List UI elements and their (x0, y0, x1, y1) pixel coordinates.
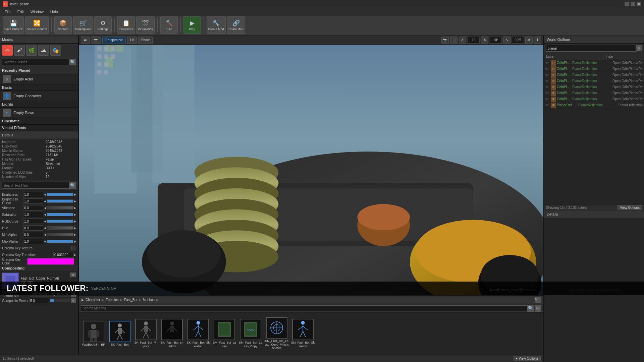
create-mod-button[interactable]: 🔧 Create Mod (207, 16, 226, 34)
prop-bc-arrow[interactable]: ◀ (44, 200, 46, 203)
outliner-item-3[interactable]: 👁 P OdinPlanarReflectionOdin PlanarRefle… (544, 78, 644, 84)
prop-s-arrow-right[interactable]: ▶ (74, 213, 76, 216)
visibility-icon-1[interactable]: 👁 (544, 67, 550, 71)
prop-ma-arrow-right[interactable]: ▶ (74, 233, 76, 236)
content-browser-search-button[interactable]: 🔍 (527, 305, 534, 312)
chroma-key-texture-checkbox[interactable] (71, 246, 76, 250)
marketplace-button[interactable]: 🛒 Marketplace (73, 16, 93, 34)
menu-file[interactable]: File (1, 9, 14, 14)
prop-v-arrow[interactable]: ◀ (44, 206, 46, 209)
info-icon[interactable]: ℹ (534, 37, 541, 44)
composite-power-input[interactable] (29, 298, 49, 303)
actor-item-empty-character[interactable]: 👤 Empty Character (0, 91, 78, 101)
cb-item-sm-skeleton[interactable]: SM_Fast_Bot_Skeleton (291, 319, 315, 348)
prop-rgbcurve-input[interactable] (23, 219, 43, 224)
settings-button[interactable]: ⚙ Settings (94, 16, 112, 34)
prop-hue-input[interactable] (23, 225, 43, 231)
prop-rgb-slider[interactable] (47, 220, 73, 223)
search-help-input[interactable] (2, 182, 69, 189)
outliner-view-options-button[interactable]: View Options (618, 205, 642, 210)
outliner-item-0[interactable]: 👁 P OdinPlanarReflectionOdin PlanarRefle… (544, 60, 644, 66)
prop-v-slider[interactable] (47, 206, 73, 209)
composite-power-reset-button[interactable]: ↺ (71, 298, 76, 303)
prop-ct-arrow-right[interactable]: ▶ (74, 253, 76, 256)
visibility-icon-2[interactable]: 👁 (544, 73, 550, 77)
cb-item-sm-lasso-physics[interactable]: SM_Fast_Bot_Lasso_Copy_PhysicsAsset (265, 317, 289, 350)
prop-hue-arrow-right[interactable]: ▶ (74, 227, 76, 230)
prop-ma-slider[interactable] (47, 233, 73, 236)
play-button[interactable]: ▶ Play (183, 16, 201, 34)
prop-rgb-arrow[interactable]: ◀ (44, 220, 46, 223)
prop-brightness-input[interactable] (23, 192, 43, 197)
perspective-button[interactable]: Perspective (102, 37, 126, 44)
mode-foliage[interactable]: 🌿 (26, 45, 37, 56)
minimize-button[interactable]: ─ (625, 2, 629, 6)
content-button[interactable]: 📦 Content (54, 16, 72, 34)
world-outliner-search-input[interactable] (546, 45, 636, 52)
composite-power-slider[interactable] (50, 298, 70, 303)
prop-mxa-arrow[interactable]: ◀ (44, 240, 46, 243)
prop-hue-slider[interactable] (47, 226, 73, 230)
chroma-color-swatch[interactable] (27, 258, 74, 265)
outliner-item-6[interactable]: 👁 P OdinPlanarReflectionOdin PlanarRefle… (544, 96, 644, 102)
cb-item-fastbotanim[interactable]: FastBotAnim_BP (82, 321, 106, 347)
actor-item-empty-pawn[interactable]: 🔹 Empty Pawn (0, 108, 78, 118)
prop-ma-arrow[interactable]: ◀ (44, 233, 46, 236)
breadcrumb-enemies[interactable]: Enemies (106, 298, 119, 302)
visibility-icon-5[interactable]: 👁 (544, 91, 550, 95)
cb-item-sk-fast-bot[interactable]: SK_Fast_Bot (108, 321, 132, 347)
breadcrumb-fastbot[interactable]: Fast_Bot (124, 298, 138, 302)
outliner-item-2[interactable]: 👁 P OdinPlanarReflectionOdin PlanarRefle… (544, 72, 644, 78)
visibility-icon-6[interactable]: 👁 (544, 97, 550, 101)
close-button[interactable]: ✕ (637, 2, 641, 6)
menu-help[interactable]: Help (47, 9, 61, 14)
cb-item-sm-lasso-copy[interactable]: COPY SM_Fast_Bot_Lasso_Copy (238, 319, 263, 348)
viewport[interactable]: Level: level_pearl (Persistent) (79, 45, 543, 295)
mode-landscape[interactable]: ⛰ (38, 45, 49, 56)
prop-saturation-input[interactable] (23, 212, 43, 217)
content-browser-search[interactable] (81, 305, 527, 311)
prop-rgb-arrow-right[interactable]: ▶ (74, 220, 76, 223)
prop-brightness-slider[interactable] (47, 193, 73, 196)
status-view-options-button[interactable]: ▾ View Options (514, 356, 541, 361)
menu-edit[interactable]: Edit (14, 9, 27, 14)
share-mod-button[interactable]: 🔗 Share Mod (227, 16, 245, 34)
prop-bc-arrow-right[interactable]: ▶ (74, 200, 76, 203)
outliner-item-4[interactable]: 👁 P OdinPlanarReflectionOdin PlanarRefle… (544, 84, 644, 90)
prop-vibrance-input[interactable] (23, 205, 43, 210)
visibility-icon-4[interactable]: 👁 (544, 85, 550, 89)
drag-mode-button[interactable]: ⇄ (81, 37, 90, 44)
prop-max-alpha-input[interactable] (23, 239, 43, 244)
visibility-icon-7[interactable]: 👁 (544, 103, 550, 107)
source-control-button[interactable]: 🔀 Source Control (25, 16, 49, 34)
outliner-item-1[interactable]: 👁 P OdinPlanarReflectionOdin PlanarRefle… (544, 66, 644, 72)
breadcrumb-character[interactable]: Character (86, 298, 100, 302)
camera-button[interactable]: 📷 (91, 37, 101, 44)
outliner-item-5[interactable]: 👁 P OdinPlanarReflectionOdin PlanarRefle… (544, 90, 644, 96)
menu-window[interactable]: Window (27, 9, 47, 14)
cb-item-sk-physics[interactable]: SK_Fast_Bot_Physics (134, 319, 158, 348)
prop-brightness-arrow[interactable]: ◀ (44, 193, 46, 196)
cb-item-sm-lasso[interactable]: SM_Fast_Bot_Lasso (212, 319, 236, 348)
build-button[interactable]: 🔨 Build (160, 16, 178, 34)
prop-chroma-threshold-input[interactable] (53, 252, 73, 257)
prop-brightness-curve-input[interactable] (23, 198, 43, 204)
cb-item-sk-skeleton[interactable]: SK_Fast_Bot_Skeleton (186, 319, 210, 348)
maximize-button[interactable]: □ (631, 2, 635, 6)
outliner-item-7[interactable]: 👁 P PlanarReflection_Plaza PlanarReflect… (544, 102, 644, 108)
cb-expand-icon[interactable]: ▶ (82, 298, 84, 302)
mode-paint[interactable]: 🖌 (14, 45, 25, 56)
prop-min-alpha-input[interactable] (23, 232, 43, 237)
mode-select[interactable]: ✏ (2, 45, 13, 56)
show-button[interactable]: Show (138, 37, 153, 44)
prop-mxa-arrow-right[interactable]: ▶ (74, 240, 76, 243)
lit-button[interactable]: Lit (127, 37, 137, 44)
search-classes-button[interactable]: 🔍 (69, 59, 76, 65)
search-classes-input[interactable] (2, 59, 69, 65)
search-help-button[interactable]: 🔍 (69, 182, 76, 189)
blueprints-button[interactable]: 📋 Blueprints (117, 16, 135, 34)
save-current-button[interactable]: 💾 Save Current (3, 16, 24, 34)
breadcrumb-meshes[interactable]: Meshes (143, 298, 155, 302)
content-browser-filter-button[interactable]: ⚙ (535, 305, 541, 312)
mode-mesh[interactable]: 🎭 (50, 45, 61, 56)
